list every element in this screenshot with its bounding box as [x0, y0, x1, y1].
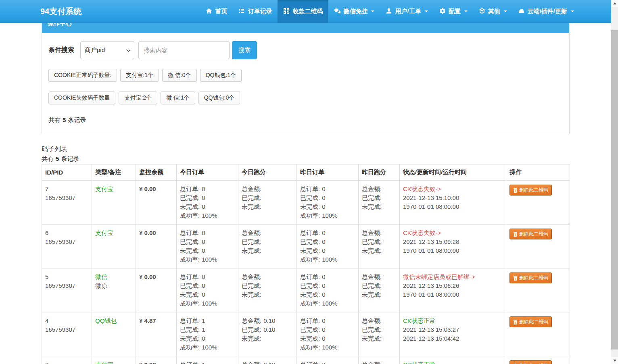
cell-today-orders: 总订单:1 已完成:1 未完成:0 成功率:100% [177, 312, 238, 356]
cell-id-pid: 4 165759307 [42, 312, 92, 356]
delete-qrcode-button[interactable]: 删除此二维码 [509, 185, 552, 196]
row-id: 2 [45, 360, 88, 364]
status-text: 微信未绑定店员或已解绑-> [403, 272, 503, 281]
table-header-row: ID/PID 类型/备注 监控余额 今日订单 今日跑分 昨日订单 昨日跑分 状态… [42, 164, 570, 181]
row-type: 支付宝 [95, 360, 132, 364]
trash-icon [513, 320, 518, 324]
qqwallet-invalid-count[interactable]: QQ钱包:0个 [198, 92, 240, 104]
arrow-down-icon [613, 360, 616, 362]
cookie-invalid-row: COOKIE失效码子数量 支付宝:2个 微 信:1个 QQ钱包:0个 [48, 92, 563, 104]
cell-actions: 删除此二维码 [506, 225, 570, 268]
cell-yesterday-orders: 总订单:0 已完成:0 未完成:0 成功率:100% [297, 181, 359, 225]
alipay-normal-count[interactable]: 支付宝:1个 [120, 69, 159, 82]
scroll-up-button[interactable] [611, 0, 618, 7]
col-status-times: 状态/更新时间/运行时间 [400, 164, 506, 181]
cookie-normal-row: COOKIE正常码子数量: 支付宝:1个 微 信:0个 QQ钱包:1个 [48, 69, 563, 82]
wechat-normal-count[interactable]: 微 信:0个 [162, 69, 197, 82]
qrcode-icon [283, 8, 290, 15]
cell-actions: 删除此二维码 [506, 356, 570, 364]
trash-icon [513, 232, 518, 237]
cell-balance: ¥ 0.00 [136, 225, 177, 268]
app-brand[interactable]: 94支付系统 [40, 0, 81, 23]
trash-icon [513, 276, 518, 281]
cell-status-times: CK状态失效-> 2021-12-13 15:10:00 1970-01-01 … [400, 181, 506, 225]
merchant-filter-select[interactable]: 商户pid [80, 41, 134, 59]
status-update-time: 2021-12-13 15:10:00 [403, 193, 503, 202]
delete-qrcode-button[interactable]: 删除此二维码 [509, 316, 552, 327]
cell-yesterday-orders: 总订单:0 已完成:0 未完成: 成功率: [297, 356, 359, 364]
scroll-down-button[interactable] [611, 357, 618, 364]
row-note: 微凉 [95, 281, 132, 290]
nav-item-label: 云端/插件/更新 [528, 8, 567, 15]
nav-item-label: 微信免挂 [343, 8, 367, 15]
panel-body: 条件搜索 商户pid 搜索 COOKIE正常码子数量: 支付宝:1个 微 信:0… [42, 33, 569, 134]
cell-id-pid: 2 165759307 [42, 356, 92, 364]
cell-yesterday-run: 总金额: 已完成: 未完成: [359, 356, 400, 364]
cloud-icon [518, 8, 525, 15]
table-row: 4 165759307 QQ钱包 ¥ 4.87 总订单:1 已完成:1 未完成:… [42, 312, 570, 356]
chevron-down-icon [425, 10, 428, 12]
row-id: 6 [45, 229, 88, 237]
search-input[interactable] [138, 41, 230, 59]
panel-header-title: 操作中心 [48, 23, 569, 27]
cube-icon [479, 8, 485, 15]
scrollbar-thumb[interactable] [611, 30, 618, 349]
cell-yesterday-run: 总金额: 已完成: 未完成: [359, 312, 400, 356]
nav-item-label: 首页 [215, 8, 227, 15]
panel-record-count: 共有5条记录 [48, 116, 563, 124]
code-list-title: 码子列表 [42, 145, 570, 154]
col-type-note: 类型/备注 [92, 164, 136, 181]
delete-qrcode-button[interactable]: 删除此二维码 [509, 360, 552, 364]
nav-item-config[interactable]: 配置 [434, 0, 473, 23]
cell-type-note: 支付宝 [92, 356, 136, 364]
status-update-time: 2021-12-13 15:06:26 [403, 281, 503, 290]
nav-item-home[interactable]: 首页 [200, 0, 233, 23]
wechat-invalid-count[interactable]: 微 信:1个 [161, 92, 195, 104]
chevron-down-icon [504, 10, 507, 12]
nav-item-label: 订单记录 [248, 8, 272, 15]
nav-item-other[interactable]: 其他 [473, 0, 513, 23]
delete-qrcode-button[interactable]: 删除此二维码 [509, 272, 552, 283]
cell-today-orders: 总订单:0 已完成:0 未完成:0 成功率:100% [177, 225, 238, 268]
gear-icon [439, 8, 446, 15]
nav-item-wechat-hangfree[interactable]: 微信免挂 [328, 0, 380, 23]
alipay-invalid-count[interactable]: 支付宝:2个 [119, 92, 157, 104]
cookie-normal-count-label[interactable]: COOKIE正常码子数量: [48, 69, 117, 82]
col-yesterday-orders: 昨日订单 [297, 164, 359, 181]
chevron-down-icon [464, 10, 468, 12]
nav-item-order-records[interactable]: 订单记录 [233, 0, 278, 23]
nav-item-user-tickets[interactable]: 用户/工单 [380, 0, 433, 23]
qqwallet-normal-count[interactable]: QQ钱包:1个 [200, 69, 242, 82]
cell-yesterday-run: 总金额: 已完成: 未完成: [359, 225, 400, 268]
status-update-time: 2021-12-13 15:09:28 [403, 237, 503, 246]
nav-item-label: 收款二维码 [292, 8, 323, 15]
search-button[interactable]: 搜索 [232, 41, 257, 59]
panel-header: 操作中心 [42, 23, 569, 33]
status-run-time: 1970-01-01 08:00:00 [403, 290, 503, 299]
nav-item-label: 配置 [449, 8, 461, 15]
status-run-time: 2021-12-13 15:04:42 [403, 334, 503, 343]
status-update-time: 2021-12-13 15:03:27 [403, 325, 503, 334]
cell-type-note: 支付宝 [92, 225, 136, 268]
cell-today-run: 总金额: 已完成: 未完成: [238, 268, 297, 312]
row-type: 支付宝 [95, 229, 132, 237]
cookie-invalid-count-label[interactable]: COOKIE失效码子数量 [48, 92, 115, 104]
cell-type-note: 支付宝 [92, 181, 136, 225]
table-row: 5 165759307 微信 微凉 ¥ 0.00 总订单:0 已完成:0 未完成… [42, 268, 570, 312]
vertical-scrollbar[interactable] [611, 0, 618, 364]
comments-icon [334, 8, 340, 15]
user-icon [386, 8, 392, 15]
row-pid: 165759307 [45, 237, 88, 246]
row-type: 微信 [95, 272, 132, 281]
cell-status-times: CK状态正常 2021-12-13 14:53:23 [400, 356, 506, 364]
nav-item-payment-qrcode[interactable]: 收款二维码 [278, 0, 328, 23]
nav-item-cloud-plugins-update[interactable]: 云端/插件/更新 [513, 0, 580, 23]
operation-panel: 操作中心 条件搜索 商户pid 搜索 COOKIE正常码子数量: 支付宝:1个 … [42, 23, 570, 134]
nav-items: 首页 订单记录 收款二维码 微信免挂 用户/工单 配置 其他 [200, 0, 580, 23]
cell-balance: ¥ 0.00 [136, 181, 177, 225]
table-row: 7 165759307 支付宝 ¥ 0.00 总订单:0 已完成:0 未完成:0… [42, 181, 570, 225]
search-row: 条件搜索 商户pid 搜索 [48, 41, 563, 59]
cell-type-note: 微信 微凉 [92, 268, 136, 312]
cell-type-note: QQ钱包 [92, 312, 136, 356]
delete-qrcode-button[interactable]: 删除此二维码 [509, 229, 552, 239]
